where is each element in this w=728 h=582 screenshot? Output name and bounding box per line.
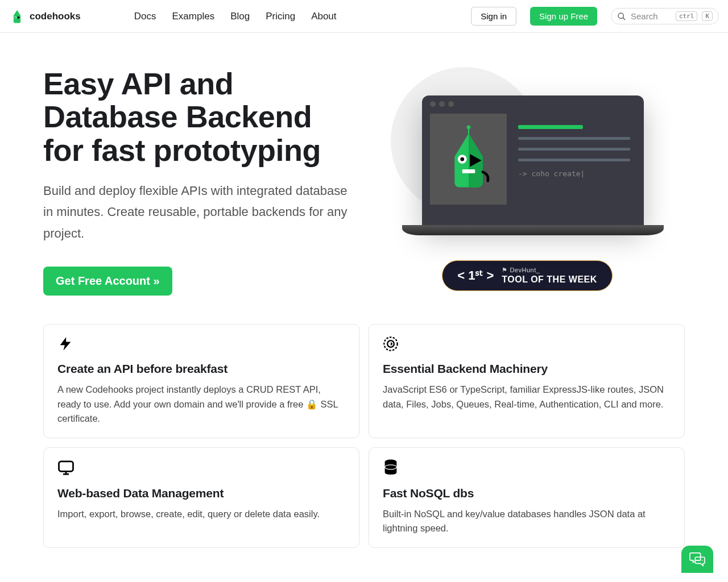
feature-body: JavaScript ES6 or TypeScript, familiar E… bbox=[383, 383, 671, 411]
feature-card: Essential Backend Machinery JavaScript E… bbox=[369, 324, 685, 438]
svg-point-16 bbox=[698, 560, 699, 561]
nav-link-docs[interactable]: Docs bbox=[134, 11, 156, 22]
hero-title: Easy API and Database Backend for fast p… bbox=[43, 67, 358, 167]
navbar: codehooks Docs Examples Blog Pricing Abo… bbox=[0, 0, 728, 33]
feature-title: Fast NoSQL dbs bbox=[383, 487, 671, 500]
hero-illustration: -> coho create| bbox=[391, 67, 664, 243]
nav-link-about[interactable]: About bbox=[311, 11, 336, 22]
svg-point-1 bbox=[15, 16, 16, 18]
brand-logo-icon bbox=[9, 9, 25, 24]
nav-link-examples[interactable]: Examples bbox=[172, 11, 214, 22]
gear-icon bbox=[383, 336, 671, 354]
brand[interactable]: codehooks bbox=[9, 9, 81, 24]
search-box[interactable]: Search ctrl K bbox=[611, 8, 719, 24]
signup-button[interactable]: Sign up Free bbox=[530, 7, 597, 26]
mascot-avatar bbox=[430, 114, 507, 205]
svg-line-3 bbox=[623, 18, 625, 20]
feature-body: Import, export, browse, create, edit, qu… bbox=[57, 507, 345, 522]
feature-body: A new Codehooks project instantly deploy… bbox=[57, 383, 345, 426]
feature-title: Essential Backend Machinery bbox=[383, 362, 671, 376]
chat-icon bbox=[689, 552, 706, 567]
kbd-k: K bbox=[702, 11, 713, 21]
chat-fab[interactable] bbox=[681, 546, 713, 573]
brand-name: codehooks bbox=[30, 11, 81, 22]
feature-body: Built-in NoSQL and key/value databases h… bbox=[383, 507, 671, 536]
search-icon bbox=[617, 12, 626, 21]
svg-rect-11 bbox=[59, 462, 73, 472]
terminal-text: -> coho create| bbox=[518, 169, 636, 178]
tool-of-the-week-badge[interactable]: < 1ˢᵗ > ⚑ DevHunt_ TOOL OF THE WEEK bbox=[442, 260, 613, 291]
nav-links: Docs Examples Blog Pricing About bbox=[134, 11, 337, 22]
svg-point-7 bbox=[460, 157, 464, 161]
nav-link-blog[interactable]: Blog bbox=[230, 11, 250, 22]
monitor-icon bbox=[57, 459, 345, 479]
feature-card: Create an API before breakfast A new Cod… bbox=[43, 324, 359, 438]
signin-button[interactable]: Sign in bbox=[471, 7, 516, 26]
get-free-account-button[interactable]: Get Free Account » bbox=[43, 267, 172, 296]
bolt-icon bbox=[57, 336, 345, 354]
feature-title: Web-based Data Management bbox=[57, 487, 345, 500]
search-placeholder: Search bbox=[631, 11, 671, 21]
window-dots-icon bbox=[430, 101, 636, 107]
feature-card: Web-based Data Management Import, export… bbox=[43, 447, 359, 548]
kbd-ctrl: ctrl bbox=[676, 11, 698, 21]
hero-left: Easy API and Database Backend for fast p… bbox=[43, 67, 358, 296]
svg-point-18 bbox=[702, 560, 703, 561]
tow-devhunt: ⚑ DevHunt_ bbox=[502, 267, 597, 274]
svg-point-5 bbox=[466, 125, 470, 129]
nav-link-pricing[interactable]: Pricing bbox=[266, 11, 295, 22]
hero-subtitle: Build and deploy flexible APIs with inte… bbox=[43, 180, 358, 244]
tow-label: TOOL OF THE WEEK bbox=[502, 274, 597, 285]
hero: Easy API and Database Backend for fast p… bbox=[0, 33, 728, 313]
svg-point-2 bbox=[618, 13, 623, 18]
tow-rank: < 1ˢᵗ > bbox=[457, 268, 494, 283]
svg-rect-8 bbox=[462, 169, 475, 173]
svg-point-17 bbox=[700, 560, 701, 561]
feature-card: Fast NoSQL dbs Built-in NoSQL and key/va… bbox=[369, 447, 685, 548]
features-grid: Create an API before breakfast A new Cod… bbox=[0, 313, 728, 571]
hero-right: -> coho create| < 1ˢᵗ > ⚑ DevHunt_ TOOL … bbox=[370, 67, 685, 291]
database-icon bbox=[383, 459, 671, 479]
feature-title: Create an API before breakfast bbox=[57, 362, 345, 376]
